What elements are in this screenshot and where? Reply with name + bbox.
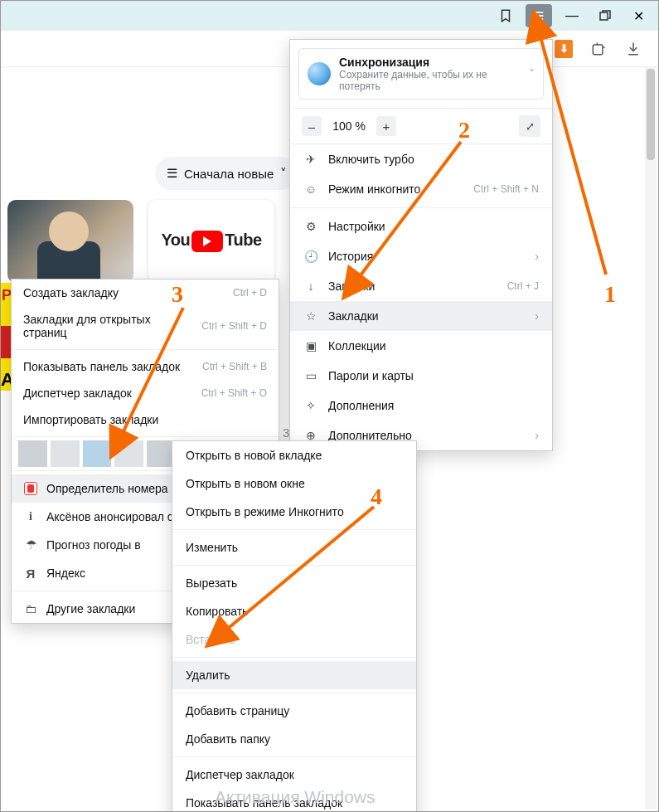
ctx-add-page[interactable]: Добавить страницу (172, 697, 416, 725)
menu-history[interactable]: 🕘История› (290, 241, 552, 271)
favicon-yandex-icon: Я (23, 566, 38, 581)
sort-chip[interactable]: ☰ Сначала новые ˅ (155, 157, 298, 190)
zoom-controls: – 100 % + ⤢ (290, 108, 552, 144)
sync-subtitle: Сохраните данные, чтобы их не потерять (339, 69, 521, 92)
bm-create[interactable]: Создать закладкуCtrl + D (12, 280, 279, 306)
chevron-right-icon: › (535, 309, 539, 323)
clock-icon: 🕘 (303, 249, 318, 264)
download-icon: ↓ (303, 279, 318, 294)
ctx-bm-manager[interactable]: Диспетчер закладок (172, 761, 416, 789)
puzzle-icon: ✧ (303, 398, 318, 413)
speed-dial-card-youtube[interactable]: YouTube (148, 200, 274, 283)
favicon-i-icon: i (23, 509, 38, 524)
bm-manager[interactable]: Диспетчер закладокCtrl + Shift + O (12, 380, 279, 406)
globe-icon (308, 62, 331, 85)
ctx-open-tab[interactable]: Открыть в новой вкладке (172, 441, 416, 469)
collections-icon: ▣ (303, 338, 318, 353)
maximize-button[interactable] (592, 4, 618, 27)
minimize-button[interactable]: — (559, 4, 585, 27)
menu-turbo[interactable]: ✈Включить турбо (290, 144, 552, 174)
chevron-down-icon: ˅ (529, 67, 535, 80)
chevron-right-icon: › (535, 250, 539, 263)
extension-orange-icon[interactable]: ⬇ (552, 37, 575, 61)
youtube-play-icon (191, 231, 223, 252)
fullscreen-button[interactable]: ⤢ (519, 115, 540, 137)
folder-icon: 🗀 (23, 601, 38, 616)
card-icon: ▭ (303, 368, 318, 383)
window-titlebar: — ✕ (1, 1, 658, 31)
speed-dial-card-photo[interactable] (7, 200, 133, 283)
menu-settings[interactable]: ⚙Настройки (290, 212, 552, 241)
svg-rect-3 (600, 12, 608, 20)
page-scrollbar[interactable] (645, 67, 657, 810)
sort-icon: ☰ (167, 166, 177, 181)
youtube-text-pre: You (161, 231, 190, 249)
close-button[interactable]: ✕ (625, 4, 652, 27)
chevron-down-icon: ˅ (280, 166, 287, 181)
favicon-umbrella-icon: ☂ (23, 537, 38, 552)
windows-activation-watermark: Активация Windows (215, 787, 376, 807)
hamburger-menu-button[interactable] (526, 4, 552, 27)
annotation-4: 4 (371, 485, 382, 508)
chevron-right-icon: › (535, 429, 539, 442)
zoom-out-button[interactable]: – (302, 116, 322, 136)
annotation-2: 2 (458, 119, 470, 142)
menu-collections[interactable]: ▣Коллекции (290, 331, 552, 361)
sync-title: Синхронизация (339, 56, 521, 69)
incognito-icon: ☺ (303, 182, 318, 197)
annotation-3: 3 (172, 283, 183, 306)
annotation-1: 1 (604, 283, 616, 306)
sort-label: Сначала новые (184, 167, 274, 181)
sync-banner[interactable]: Синхронизация Сохраните данные, чтобы их… (298, 48, 544, 100)
ctx-add-folder[interactable]: Добавить папку (172, 725, 416, 753)
bm-open-tabs[interactable]: Закладки для открытых страницCtrl + Shif… (12, 306, 279, 346)
star-icon: ☆ (303, 309, 318, 323)
menu-bookmarks[interactable]: ☆Закладки› (290, 301, 552, 331)
menu-addons[interactable]: ✧Дополнения (290, 391, 552, 421)
ctx-delete[interactable]: Удалить (172, 661, 416, 689)
gear-icon: ⚙ (303, 219, 318, 234)
menu-downloads[interactable]: ↓ЗагрузкиCtrl + J (290, 271, 552, 301)
menu-passwords[interactable]: ▭Пароли и карты (290, 361, 552, 391)
downloads-icon[interactable] (622, 37, 645, 61)
extensions-icon[interactable] (587, 37, 610, 61)
bm-import[interactable]: Импортировать закладки (12, 406, 279, 433)
zoom-value: 100 % (330, 119, 368, 133)
ctx-cut[interactable]: Вырезать (172, 569, 416, 597)
rocket-icon: ✈ (303, 152, 318, 167)
ctx-copy[interactable]: Копировать (172, 597, 416, 625)
bm-show-bar[interactable]: Показывать панель закладокCtrl + Shift +… (12, 353, 279, 380)
youtube-text-post: Tube (225, 231, 261, 249)
zoom-in-button[interactable]: + (376, 116, 396, 136)
favicon-red-icon (23, 481, 38, 496)
ctx-edit[interactable]: Изменить (172, 533, 416, 562)
svg-rect-4 (593, 45, 603, 55)
bookmark-icon[interactable] (492, 4, 519, 27)
ctx-paste: Вставить (172, 625, 416, 654)
menu-incognito[interactable]: ☺Режим инкогнитоCtrl + Shift + N (290, 174, 552, 204)
main-menu-dropdown: Синхронизация Сохраните данные, чтобы их… (289, 39, 553, 451)
